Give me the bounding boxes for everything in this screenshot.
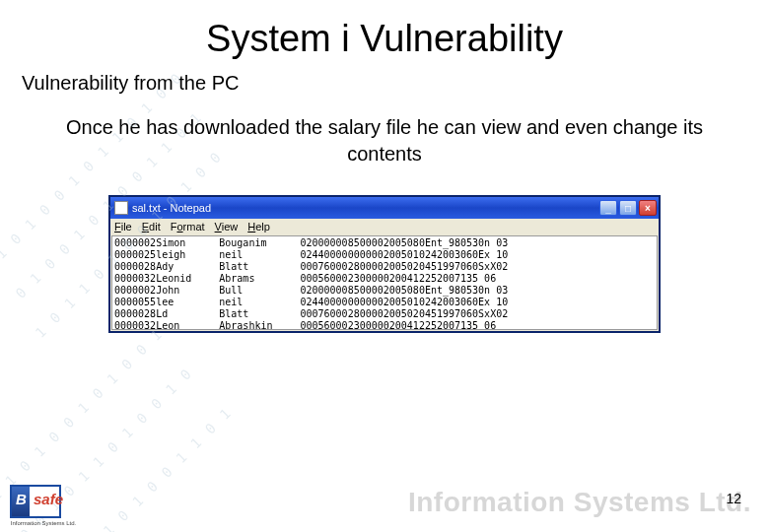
- window-title: sal.txt - Notepad: [132, 202, 211, 214]
- menu-file[interactable]: File: [114, 221, 132, 233]
- titlebar[interactable]: sal.txt - Notepad _ □ ×: [110, 197, 659, 219]
- notepad-icon: [114, 201, 128, 215]
- minimize-button[interactable]: _: [599, 200, 617, 216]
- menu-help[interactable]: Help: [247, 221, 270, 233]
- slide-subtitle: Vulnerability from the PC: [22, 72, 769, 95]
- menu-view[interactable]: View: [215, 221, 239, 233]
- maximize-button[interactable]: □: [619, 200, 637, 216]
- watermark-text: Information Systems Ltd.: [408, 487, 751, 518]
- page-number: 12: [726, 491, 741, 506]
- logo-caption: Information Systems Ltd.: [10, 520, 77, 526]
- close-button[interactable]: ×: [639, 200, 657, 216]
- menubar: File Edit Format View Help: [110, 219, 659, 234]
- notepad-window: sal.txt - Notepad _ □ × File Edit Format…: [108, 195, 661, 333]
- slide-title: System i Vulnerability: [0, 18, 769, 60]
- company-logo: Bsafe Information Systems Ltd.: [10, 485, 77, 526]
- data-col-1: 0000002Simon 0000025leigh 0000028Ady 000…: [114, 237, 191, 328]
- text-area[interactable]: 0000002Simon 0000025leigh 0000028Ady 000…: [111, 235, 658, 330]
- slide-body-text: Once he has downloaded the salary file h…: [39, 114, 730, 167]
- data-col-3: 020000008500002005080Ent_980530n 03 0244…: [300, 237, 508, 328]
- data-col-2: Bouganim neil Blatt Abrams Bull neil Bla…: [219, 237, 272, 328]
- menu-edit[interactable]: Edit: [142, 221, 161, 233]
- menu-format[interactable]: Format: [171, 221, 205, 233]
